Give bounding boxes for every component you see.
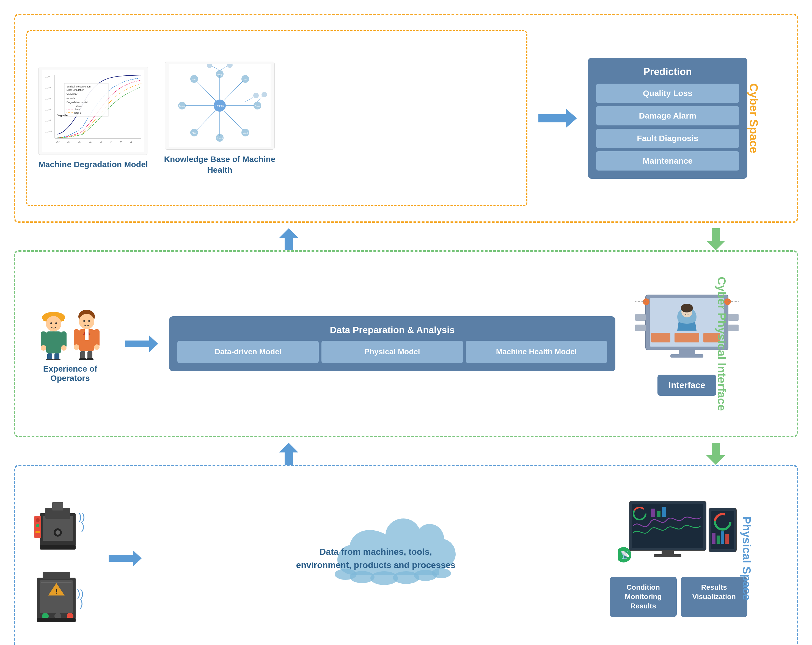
svg-text:— Initial: — Initial bbox=[67, 97, 76, 100]
machine-1: )) ) bbox=[32, 491, 92, 553]
svg-rect-94 bbox=[80, 351, 85, 359]
physical-arrow-right bbox=[108, 550, 142, 567]
svg-text:-6: -6 bbox=[78, 141, 81, 144]
svg-rect-95 bbox=[87, 351, 92, 359]
svg-text:10⁻¹⁰: 10⁻¹⁰ bbox=[45, 130, 52, 133]
svg-marker-146 bbox=[108, 550, 142, 567]
cyber-arrow-right bbox=[539, 109, 577, 128]
down-arrow-1 bbox=[688, 228, 743, 250]
svg-text:10⁰: 10⁰ bbox=[45, 75, 50, 78]
svg-text:!: ! bbox=[55, 587, 58, 595]
inter-zone-arrows-1 bbox=[14, 228, 798, 250]
knowledge-base-box: LatPhy Temp Vibr bbox=[162, 62, 278, 175]
svg-rect-81 bbox=[53, 359, 61, 360]
svg-rect-142 bbox=[37, 618, 76, 622]
svg-point-85 bbox=[88, 320, 90, 322]
svg-rect-167 bbox=[717, 535, 720, 544]
svg-text:4: 4 bbox=[130, 141, 132, 144]
svg-text:Vibr: Vibr bbox=[243, 78, 247, 81]
dpa-title: Data Preparation & Analysis bbox=[177, 324, 607, 335]
svg-text:Speed: Speed bbox=[217, 137, 223, 139]
svg-rect-169 bbox=[725, 534, 729, 544]
interface-label: Interface bbox=[669, 380, 705, 390]
dpa-box: Data Preparation & Analysis Data-driven … bbox=[169, 316, 615, 371]
svg-rect-111 bbox=[635, 314, 646, 321]
operators-label: Experience of Operators bbox=[26, 364, 114, 383]
svg-text:Flow: Flow bbox=[192, 132, 197, 134]
svg-rect-130 bbox=[35, 531, 40, 533]
machine-2: ! )) ) bbox=[32, 564, 92, 625]
prediction-box: Prediction Quality Loss Damage Alarm Fau… bbox=[588, 58, 747, 179]
svg-text:0: 0 bbox=[111, 141, 112, 144]
svg-text:-8: -8 bbox=[67, 141, 70, 144]
physical-zone: Physical Space bbox=[14, 465, 798, 645]
interface-column: Interface bbox=[626, 292, 747, 396]
cyber-zone-inner: 10⁰ 10⁻² 10⁻⁴ 10⁻⁶ 10⁻⁸ 10⁻¹⁰ bbox=[26, 26, 747, 210]
svg-text:Load: Load bbox=[243, 132, 248, 134]
svg-text:Press: Press bbox=[255, 105, 260, 107]
svg-text:2: 2 bbox=[120, 141, 122, 144]
operators-box: Experience of Operators bbox=[26, 305, 114, 383]
cyber-physical-zone-label: Cyber Physical Interface bbox=[715, 277, 728, 411]
svg-point-62 bbox=[253, 93, 259, 98]
svg-point-70 bbox=[46, 316, 61, 332]
svg-marker-98 bbox=[125, 336, 158, 352]
svg-point-71 bbox=[50, 322, 52, 324]
svg-rect-159 bbox=[651, 509, 655, 517]
svg-rect-73 bbox=[46, 332, 61, 353]
svg-marker-120 bbox=[706, 443, 725, 465]
monitor-display: 📡 bbox=[618, 500, 739, 571]
svg-point-105 bbox=[681, 304, 693, 312]
svg-point-64 bbox=[261, 92, 267, 97]
svg-text:Line: Simulation: Line: Simulation bbox=[67, 89, 84, 91]
prediction-fault-diagnosis: Fault Diagnosis bbox=[596, 129, 739, 148]
svg-rect-97 bbox=[86, 358, 93, 360]
inter-zone-arrows-2 bbox=[14, 443, 798, 465]
svg-point-84 bbox=[83, 320, 85, 322]
prediction-maintenance: Maintenance bbox=[596, 151, 739, 171]
svg-point-92 bbox=[74, 344, 79, 350]
svg-rect-166 bbox=[712, 533, 716, 544]
svg-point-126 bbox=[55, 530, 60, 535]
dpa-physical-model: Physical Model bbox=[321, 341, 463, 363]
svg-text:): ) bbox=[80, 598, 83, 609]
prediction-title: Prediction bbox=[596, 66, 739, 78]
dpa-sub-items: Data-driven Model Physical Model Machine… bbox=[177, 341, 607, 363]
svg-marker-65 bbox=[539, 109, 577, 128]
dpa-machine-health: Machine Health Model bbox=[466, 341, 607, 363]
svg-rect-168 bbox=[721, 531, 724, 544]
svg-text:📡: 📡 bbox=[620, 550, 630, 559]
prediction-quality-loss: Quality Loss bbox=[596, 84, 739, 103]
svg-point-83 bbox=[79, 314, 94, 329]
svg-text:VDS=0.5V: VDS=0.5V bbox=[67, 93, 78, 95]
svg-point-76 bbox=[41, 345, 46, 351]
svg-text:Temp: Temp bbox=[217, 73, 223, 76]
svg-text:Symbol: Measurement: Symbol: Measurement bbox=[67, 85, 92, 88]
svg-rect-155 bbox=[662, 551, 674, 555]
svg-rect-113 bbox=[635, 324, 646, 331]
cloud-shape: Data from machines, tools, environment, … bbox=[291, 509, 461, 608]
svg-rect-156 bbox=[654, 554, 681, 557]
svg-text:Degradation model: Degradation model bbox=[67, 101, 87, 104]
svg-rect-160 bbox=[656, 511, 661, 517]
knowledge-base-image: LatPhy Temp Vibr bbox=[165, 62, 275, 150]
cp-arrow-right bbox=[125, 336, 158, 352]
svg-text:Linear: Linear bbox=[74, 108, 81, 111]
monitoring-column: 📡 Condition Monitoring Results Results V… bbox=[610, 500, 747, 617]
svg-rect-109 bbox=[675, 333, 699, 342]
main-container: Cyber Space 10⁰ 10⁻² bbox=[14, 14, 798, 631]
svg-marker-119 bbox=[279, 443, 298, 465]
svg-rect-102 bbox=[670, 354, 704, 358]
up-arrow-2 bbox=[261, 443, 316, 465]
svg-text:): ) bbox=[81, 521, 84, 532]
svg-point-93 bbox=[94, 344, 99, 350]
svg-rect-161 bbox=[662, 507, 666, 517]
people-icons bbox=[38, 305, 102, 360]
degradation-model-image: 10⁰ 10⁻² 10⁻⁴ 10⁻⁶ 10⁻⁸ 10⁻¹⁰ bbox=[38, 67, 148, 155]
up-arrow-1 bbox=[261, 228, 316, 250]
cyber-models-box: 10⁰ 10⁻² 10⁻⁴ 10⁻⁶ 10⁻⁸ 10⁻¹⁰ bbox=[26, 30, 527, 206]
svg-point-107 bbox=[688, 310, 689, 312]
svg-text:10⁻⁸: 10⁻⁸ bbox=[45, 119, 52, 122]
cloud-text: Data from machines, tools, environment, … bbox=[291, 540, 461, 577]
svg-text:Degraded: Degraded bbox=[56, 114, 69, 117]
